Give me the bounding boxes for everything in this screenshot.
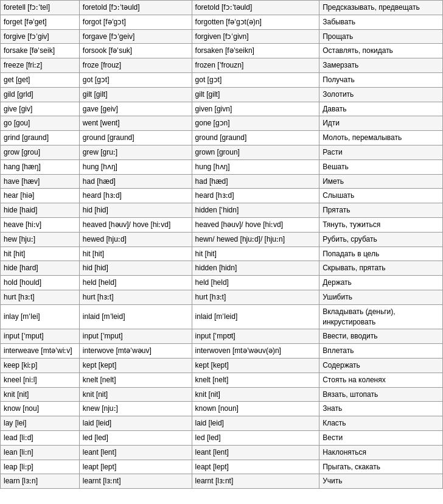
base-form: leap [liːp] [1,460,80,474]
base-form: have [hæv] [1,174,80,189]
base-form: hew [hjuː] [1,232,80,247]
translation: Скрывать, прятать [319,261,443,276]
base-form: input [ˈmput] [1,329,80,344]
past-participle: foretold [fɔːˈtəuld] [192,1,319,15]
translation: Тянуть, тужиться [319,217,443,232]
translation: Наклоняться [319,445,443,460]
past-simple: grew [gruː] [79,145,192,159]
base-form: knit [nit] [1,387,80,402]
past-simple: hurt [hɜːt] [79,290,192,304]
past-participle: known [noun] [192,402,319,416]
past-simple: froze [frouz] [79,58,192,73]
past-simple: leapt [lept] [79,460,192,474]
past-simple: knew [njuː] [79,402,192,416]
base-form: hide [haid] [1,203,80,218]
table-row: keep [kiːp]kept [kept]kept [kept]Содержа… [1,358,443,373]
past-participle: forsaken [fəˈseikn] [192,44,319,58]
past-simple: interwove [mtəˈwəuv] [79,344,192,359]
translation: Вешать [319,159,443,174]
irregular-verbs-table: foretell [fɔːˈtel]foretold [fɔːˈtəuld]fo… [0,0,443,489]
base-form: forsake [fəˈseik] [1,44,80,58]
table-row: get [get]got [gɔt]got [gɔt]Получать [1,72,443,87]
past-simple: learnt [lɜːnt] [79,474,192,489]
table-row: hear [hiə]heard [hɜːd]heard [hɜːd]Слышат… [1,189,443,203]
translation: Держать [319,276,443,290]
table-row: hew [hjuː]hewed [hjuːd]hewn/ hewed [hjuː… [1,232,443,247]
translation: Получать [319,72,443,87]
past-participle: heard [hɜːd] [192,189,319,203]
table-row: hide [haid]hid [hid]hidden [ˈhidn]Прятат… [1,203,443,218]
translation: Знать [319,402,443,416]
table-row: have [hæv]had [hæd]had [hæd]Иметь [1,174,443,189]
past-simple: held [held] [79,276,192,290]
past-participle: ground [graund] [192,131,319,145]
base-form: forgive [fɔˈgiv] [1,29,80,44]
past-participle: kept [kept] [192,358,319,373]
past-simple: heard [hɜːd] [79,189,192,203]
table-row: hit [hit]hit [hit]hit [hit]Попадать в це… [1,247,443,261]
table-row: hold [hould]held [held]held [held]Держат… [1,276,443,290]
table-row: grow [grou]grew [gruː]grown [groun]Расти [1,145,443,159]
table-row: leap [liːp]leapt [lept]leapt [lept]Прыга… [1,460,443,474]
base-form: know [nou] [1,402,80,416]
base-form: learn [lɜːn] [1,474,80,489]
translation: Давать [319,102,443,116]
past-participle: learnt [lɜːnt] [192,474,319,489]
past-participle: led [led] [192,430,319,445]
past-simple: heaved [həuv]/ hove [hiːvd] [79,217,192,232]
past-simple: laid [leid] [79,416,192,431]
base-form: kneel [niːl] [1,373,80,387]
translation: Стоять на коленях [319,373,443,387]
base-form: give [giv] [1,102,80,116]
past-simple: foretold [fɔːˈtəuld] [79,1,192,15]
translation: Учить [319,474,443,489]
past-participle: gone [gɔn] [192,116,319,131]
past-simple: gilt [gilt] [79,87,192,102]
past-participle: forgotten [fəˈgɔt(ə)n] [192,15,319,29]
base-form: heave [hiːv] [1,217,80,232]
past-participle: had [hæd] [192,174,319,189]
table-row: knit [nit]knit [nit]knit [nit]Вязать, шт… [1,387,443,402]
translation: Оставлять, покидать [319,44,443,58]
translation: Содержать [319,358,443,373]
translation: Прыгать, скакать [319,460,443,474]
table-row: gild [grld]gilt [gilt]gilt [gilt]Золотит… [1,87,443,102]
translation: Вплетать [319,344,443,359]
base-form: foretell [fɔːˈtel] [1,1,80,15]
past-participle: input [ˈmpʊt] [192,329,319,344]
table-row: lean [liːn]leant [lent]leant [lent]Накло… [1,445,443,460]
table-row: input [ˈmput]input [ˈmput]input [ˈmpʊt]В… [1,329,443,344]
table-row: foretell [fɔːˈtel]foretold [fɔːˈtəuld]fo… [1,1,443,15]
table-row: lead [liːd]led [led]led [led]Вести [1,430,443,445]
past-simple: led [led] [79,430,192,445]
table-row: hurt [hɜːt]hurt [hɜːt]hurt [hɜːt]Ушибить [1,290,443,304]
past-participle: laid [leid] [192,416,319,431]
translation: Прятать [319,203,443,218]
past-participle: heaved [həuv]/ hove [hiːvd] [192,217,319,232]
table-row: lay [lei]laid [leid]laid [leid]Класть [1,416,443,431]
past-simple: hid [hid] [79,261,192,276]
past-simple: knit [nit] [79,387,192,402]
past-participle: grown [groun] [192,145,319,159]
base-form: gild [grld] [1,87,80,102]
translation: Золотить [319,87,443,102]
base-form: hit [hit] [1,247,80,261]
past-participle: frozen [ˈfrouzn] [192,58,319,73]
base-form: hurt [hɜːt] [1,290,80,304]
table-row: forget [fəˈget]forgot [fəˈgɔt]forgotten … [1,15,443,29]
past-participle: hidden [ˈhidn] [192,203,319,218]
past-simple: forgot [fəˈgɔt] [79,15,192,29]
past-participle: leant [lent] [192,445,319,460]
table-row: forsake [fəˈseik]forsook [fəˈsuk]forsake… [1,44,443,58]
past-participle: given [givn] [192,102,319,116]
translation: Расти [319,145,443,159]
base-form: keep [kiːp] [1,358,80,373]
base-form: interweave [mtəˈwiːv] [1,344,80,359]
translation: Ввести, вводить [319,329,443,344]
past-simple: ground [graund] [79,131,192,145]
table-row: hide [hard]hid [hid]hidden [hidn]Скрыват… [1,261,443,276]
translation: Прощать [319,29,443,44]
past-participle: hewn/ hewed [hjuːd]/ [hjuːn] [192,232,319,247]
base-form: hold [hould] [1,276,80,290]
past-participle: knelt [nelt] [192,373,319,387]
